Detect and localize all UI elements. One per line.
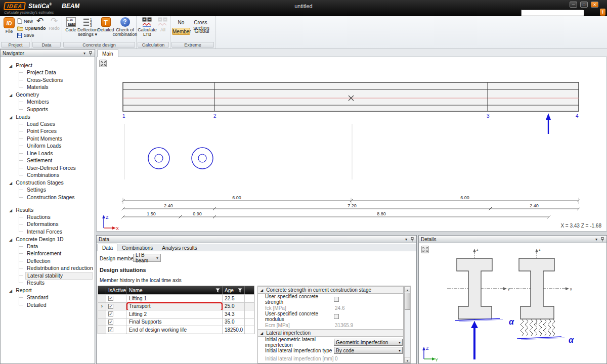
calculate-ltb-button[interactable]: + − Calculate LTB: [139, 17, 156, 37]
table-row-selected[interactable]: Transport 25.0: [98, 302, 254, 310]
nav-item-combinations[interactable]: Combinations: [1, 172, 95, 179]
tab-combinations[interactable]: Combinations: [117, 244, 157, 251]
nav-item-supports[interactable]: Supports: [1, 106, 95, 113]
close-button[interactable]: [591, 2, 598, 8]
nav-item-deflection[interactable]: Deflection: [1, 257, 95, 265]
nav-item-settings[interactable]: Settings: [1, 187, 95, 194]
nav-item-deformations[interactable]: Deformations: [1, 221, 95, 229]
details-canvas[interactable]: z y α z y: [419, 244, 606, 363]
nav-section-project[interactable]: Project: [1, 62, 95, 69]
nav-item-members[interactable]: Members: [1, 99, 95, 106]
nav-item-results[interactable]: Results: [1, 280, 95, 287]
pin-icon[interactable]: [410, 237, 414, 242]
table-row[interactable]: Final Supports 35.0: [98, 318, 254, 326]
code-button[interactable]: 1.15 25.8 Code: [64, 17, 78, 32]
panel-menu-icon[interactable]: [405, 237, 407, 242]
nav-item-construction-stages[interactable]: Construction Stages: [1, 194, 95, 201]
scroll-up-button[interactable]: [405, 286, 410, 292]
nav-item-point-forces[interactable]: Point Forces: [1, 128, 95, 135]
nav-section-report[interactable]: Report: [1, 287, 95, 294]
nav-item-settlement[interactable]: Settlement: [1, 157, 95, 165]
file-button[interactable]: ID File: [2, 17, 16, 34]
geo-imperfection-combo[interactable]: Geometric imperfection: [334, 339, 403, 346]
filter-icon[interactable]: [215, 288, 220, 293]
extreme-no-button[interactable]: No: [175, 20, 188, 25]
col-age[interactable]: Age: [223, 286, 245, 294]
extreme-global-button[interactable]: Global: [193, 28, 211, 34]
svg-text:2.40: 2.40: [164, 203, 173, 208]
nav-item-point-moments[interactable]: Point Moments: [1, 135, 95, 143]
zoom-fit-button[interactable]: [421, 246, 429, 253]
modulus-checkbox[interactable]: [334, 314, 339, 319]
nav-item-data[interactable]: Data: [1, 243, 95, 250]
panel-menu-icon[interactable]: [83, 51, 85, 56]
calculate-all-button[interactable]: + − All: [158, 17, 168, 32]
section-truck-definition[interactable]: Truck definition: [258, 363, 403, 363]
check-of-combination-button[interactable]: ? Check of combination: [114, 17, 136, 37]
panel-menu-icon[interactable]: [595, 237, 597, 242]
nav-item-standard[interactable]: Standard: [1, 294, 95, 302]
col-name[interactable]: Name: [126, 286, 223, 294]
nav-item-uniform-loads[interactable]: Uniform Loads: [1, 143, 95, 150]
horizontal-splitter[interactable]: [96, 232, 607, 235]
pin-icon[interactable]: [600, 237, 604, 242]
table-row[interactable]: Lifting 1 22.5: [98, 294, 254, 302]
imperfection-type-combo[interactable]: By code: [334, 347, 403, 354]
nav-section-loads[interactable]: Loads: [1, 113, 95, 121]
isactive-checkbox[interactable]: [108, 327, 113, 332]
nav-section-construction-stages[interactable]: Construction Stages: [1, 179, 95, 187]
tree-connector-icon: [19, 150, 23, 154]
nav-section-concrete-design-1d[interactable]: Concrete Design 1D: [1, 236, 95, 243]
info-button[interactable]: i: [600, 9, 605, 16]
nav-item-detailed-report[interactable]: Detailed: [1, 301, 95, 309]
filter-icon[interactable]: [238, 288, 242, 293]
maximize-button[interactable]: [580, 2, 588, 8]
nav-item-internal-forces[interactable]: Internal Forces: [1, 228, 95, 236]
nav-item-redistribution[interactable]: Redistribution and reduction: [1, 265, 95, 272]
nav-section-geometry[interactable]: Geometry: [1, 91, 95, 99]
isactive-checkbox[interactable]: [108, 304, 113, 309]
nav-item-reactions[interactable]: Reactions: [1, 213, 95, 221]
isactive-checkbox[interactable]: [108, 296, 113, 301]
nav-item-user-defined-forces[interactable]: User-Defined Forces: [1, 164, 95, 172]
row-selector[interactable]: [98, 310, 106, 318]
nav-item-reinforcement[interactable]: Reinforcement: [1, 250, 95, 258]
nav-item-lateral-stability[interactable]: Lateral stability: [1, 272, 95, 280]
nav-item-materials[interactable]: Materials: [1, 84, 95, 92]
tab-main[interactable]: Main: [97, 50, 118, 57]
nav-item-cross-sections[interactable]: Cross-Sections: [1, 76, 95, 84]
table-row[interactable]: End of design working life 18250.0: [98, 326, 254, 334]
tab-analysis-results[interactable]: Analysis results: [157, 244, 201, 251]
search-input[interactable]: [522, 10, 584, 16]
undo-button[interactable]: Undo: [33, 17, 47, 31]
strength-checkbox[interactable]: [334, 297, 339, 302]
redo-button[interactable]: Redo: [48, 17, 61, 31]
nav-item-load-cases[interactable]: Load Cases: [1, 120, 95, 128]
isactive-checkbox[interactable]: [108, 311, 113, 316]
scroll-thumb[interactable]: [405, 293, 410, 310]
section-concrete-strength[interactable]: Concrete strength in current constructio…: [258, 286, 403, 294]
detailed-button[interactable]: T Detailed: [98, 17, 114, 32]
section-lateral-imperfection[interactable]: Lateral imperfection: [258, 329, 403, 337]
nav-section-results[interactable]: Results: [1, 206, 95, 214]
deflection-settings-button[interactable]: 1 2 3 Deflection settings ▾: [78, 17, 97, 37]
nav-item-line-loads[interactable]: Line Loads: [1, 150, 95, 157]
isactive-checkbox[interactable]: [108, 320, 113, 325]
extreme-member-button[interactable]: Member: [172, 28, 190, 35]
main-canvas[interactable]: 1 2 3 4 6.00 6.00: [96, 57, 607, 232]
minimize-button[interactable]: [570, 2, 577, 8]
new-button[interactable]: New: [17, 18, 33, 24]
zoom-fit-button[interactable]: [99, 60, 107, 67]
row-selector[interactable]: [98, 295, 106, 302]
search-box[interactable]: [521, 10, 583, 16]
table-row[interactable]: Lifting 2 34.3: [98, 310, 254, 318]
pin-icon[interactable]: [89, 51, 93, 56]
design-member-combo[interactable]: LTB beam: [133, 254, 161, 262]
prop-row-ecm: Ecm [MPa] 31365.9: [258, 321, 403, 329]
row-selector[interactable]: [98, 326, 106, 334]
row-selector[interactable]: [98, 318, 106, 326]
properties-scrollbar[interactable]: [404, 286, 411, 363]
nav-item-project-data[interactable]: Project Data: [1, 69, 95, 77]
scroll-down-button[interactable]: [405, 357, 410, 363]
tab-data[interactable]: Data: [98, 244, 117, 251]
